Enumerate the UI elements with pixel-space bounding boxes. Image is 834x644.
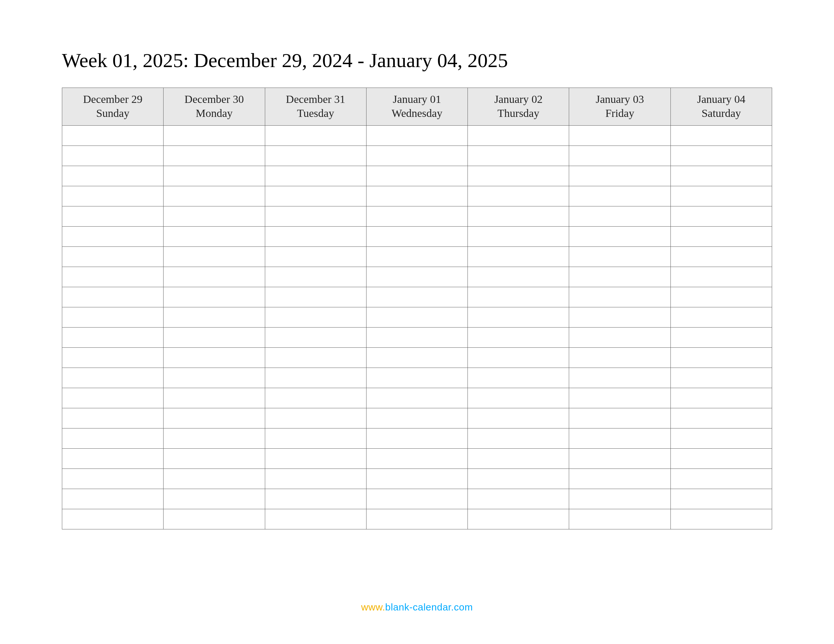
calendar-cell[interactable] bbox=[569, 348, 671, 368]
calendar-cell[interactable] bbox=[671, 449, 772, 469]
calendar-cell[interactable] bbox=[366, 166, 467, 186]
calendar-cell[interactable] bbox=[468, 408, 569, 428]
calendar-cell[interactable] bbox=[265, 328, 366, 348]
calendar-cell[interactable] bbox=[62, 207, 163, 227]
calendar-cell[interactable] bbox=[265, 267, 366, 287]
calendar-cell[interactable] bbox=[569, 368, 671, 388]
calendar-cell[interactable] bbox=[468, 489, 569, 509]
calendar-cell[interactable] bbox=[366, 368, 467, 388]
calendar-cell[interactable] bbox=[468, 247, 569, 267]
calendar-cell[interactable] bbox=[468, 388, 569, 408]
calendar-cell[interactable] bbox=[366, 388, 467, 408]
calendar-cell[interactable] bbox=[468, 227, 569, 247]
calendar-cell[interactable] bbox=[671, 428, 772, 449]
calendar-cell[interactable] bbox=[468, 146, 569, 166]
calendar-cell[interactable] bbox=[265, 126, 366, 146]
calendar-cell[interactable] bbox=[671, 348, 772, 368]
calendar-cell[interactable] bbox=[62, 408, 163, 428]
calendar-cell[interactable] bbox=[671, 186, 772, 207]
calendar-cell[interactable] bbox=[62, 428, 163, 449]
calendar-cell[interactable] bbox=[265, 227, 366, 247]
calendar-cell[interactable] bbox=[569, 489, 671, 509]
calendar-cell[interactable] bbox=[163, 408, 265, 428]
calendar-cell[interactable] bbox=[468, 307, 569, 328]
calendar-cell[interactable] bbox=[163, 348, 265, 368]
calendar-cell[interactable] bbox=[163, 489, 265, 509]
calendar-cell[interactable] bbox=[671, 469, 772, 489]
calendar-cell[interactable] bbox=[163, 469, 265, 489]
calendar-cell[interactable] bbox=[468, 469, 569, 489]
calendar-cell[interactable] bbox=[163, 247, 265, 267]
calendar-cell[interactable] bbox=[163, 328, 265, 348]
calendar-cell[interactable] bbox=[671, 388, 772, 408]
calendar-cell[interactable] bbox=[468, 328, 569, 348]
calendar-cell[interactable] bbox=[569, 146, 671, 166]
calendar-cell[interactable] bbox=[671, 227, 772, 247]
calendar-cell[interactable] bbox=[468, 186, 569, 207]
calendar-cell[interactable] bbox=[569, 247, 671, 267]
calendar-cell[interactable] bbox=[62, 146, 163, 166]
calendar-cell[interactable] bbox=[265, 247, 366, 267]
calendar-cell[interactable] bbox=[468, 428, 569, 449]
footer-source-link[interactable]: www.blank-calendar.com bbox=[0, 602, 834, 613]
calendar-cell[interactable] bbox=[671, 287, 772, 307]
calendar-cell[interactable] bbox=[163, 388, 265, 408]
calendar-cell[interactable] bbox=[366, 227, 467, 247]
calendar-cell[interactable] bbox=[671, 307, 772, 328]
calendar-cell[interactable] bbox=[265, 489, 366, 509]
calendar-cell[interactable] bbox=[163, 267, 265, 287]
calendar-cell[interactable] bbox=[366, 307, 467, 328]
calendar-cell[interactable] bbox=[671, 509, 772, 529]
calendar-cell[interactable] bbox=[62, 166, 163, 186]
calendar-cell[interactable] bbox=[265, 207, 366, 227]
calendar-cell[interactable] bbox=[265, 368, 366, 388]
calendar-cell[interactable] bbox=[366, 146, 467, 166]
calendar-cell[interactable] bbox=[569, 388, 671, 408]
calendar-cell[interactable] bbox=[62, 449, 163, 469]
calendar-cell[interactable] bbox=[62, 469, 163, 489]
calendar-cell[interactable] bbox=[366, 186, 467, 207]
calendar-cell[interactable] bbox=[62, 328, 163, 348]
calendar-cell[interactable] bbox=[366, 428, 467, 449]
calendar-cell[interactable] bbox=[163, 227, 265, 247]
calendar-cell[interactable] bbox=[366, 287, 467, 307]
calendar-cell[interactable] bbox=[265, 449, 366, 469]
calendar-cell[interactable] bbox=[265, 186, 366, 207]
calendar-cell[interactable] bbox=[569, 449, 671, 469]
calendar-cell[interactable] bbox=[569, 227, 671, 247]
calendar-cell[interactable] bbox=[569, 509, 671, 529]
calendar-cell[interactable] bbox=[163, 287, 265, 307]
calendar-cell[interactable] bbox=[569, 469, 671, 489]
calendar-cell[interactable] bbox=[265, 146, 366, 166]
calendar-cell[interactable] bbox=[671, 267, 772, 287]
calendar-cell[interactable] bbox=[569, 287, 671, 307]
calendar-cell[interactable] bbox=[468, 368, 569, 388]
calendar-cell[interactable] bbox=[163, 207, 265, 227]
calendar-cell[interactable] bbox=[468, 166, 569, 186]
calendar-cell[interactable] bbox=[163, 449, 265, 469]
calendar-cell[interactable] bbox=[671, 166, 772, 186]
calendar-cell[interactable] bbox=[163, 307, 265, 328]
calendar-cell[interactable] bbox=[163, 428, 265, 449]
calendar-cell[interactable] bbox=[671, 126, 772, 146]
calendar-cell[interactable] bbox=[569, 126, 671, 146]
calendar-cell[interactable] bbox=[62, 388, 163, 408]
calendar-cell[interactable] bbox=[366, 267, 467, 287]
calendar-cell[interactable] bbox=[468, 267, 569, 287]
calendar-cell[interactable] bbox=[265, 166, 366, 186]
calendar-cell[interactable] bbox=[569, 166, 671, 186]
calendar-cell[interactable] bbox=[366, 469, 467, 489]
calendar-cell[interactable] bbox=[265, 287, 366, 307]
calendar-cell[interactable] bbox=[163, 146, 265, 166]
calendar-cell[interactable] bbox=[62, 247, 163, 267]
calendar-cell[interactable] bbox=[366, 207, 467, 227]
calendar-cell[interactable] bbox=[163, 126, 265, 146]
calendar-cell[interactable] bbox=[468, 509, 569, 529]
calendar-cell[interactable] bbox=[62, 267, 163, 287]
calendar-cell[interactable] bbox=[569, 408, 671, 428]
calendar-cell[interactable] bbox=[569, 428, 671, 449]
calendar-cell[interactable] bbox=[366, 126, 467, 146]
calendar-cell[interactable] bbox=[569, 267, 671, 287]
calendar-cell[interactable] bbox=[671, 146, 772, 166]
calendar-cell[interactable] bbox=[468, 126, 569, 146]
